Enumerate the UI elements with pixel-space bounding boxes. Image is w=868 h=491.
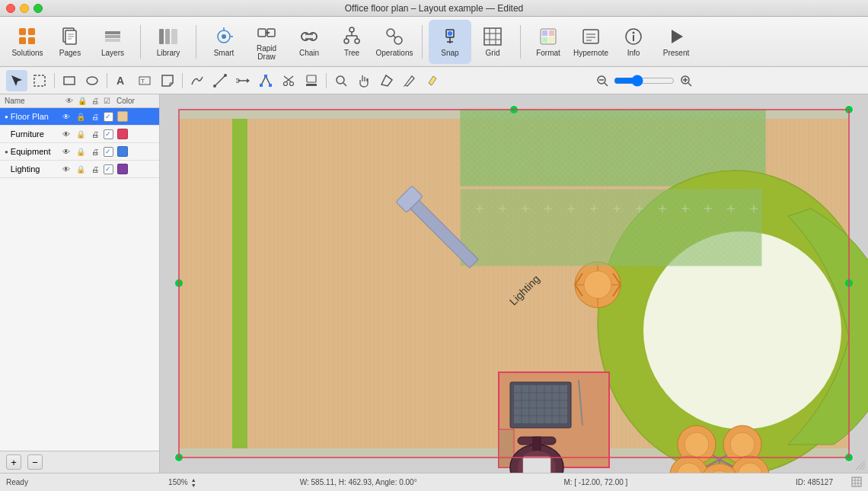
- select-tool[interactable]: [6, 70, 27, 91]
- zoom-out-button[interactable]: [594, 72, 611, 89]
- scissors-tool[interactable]: [278, 70, 299, 91]
- note-tool[interactable]: [157, 70, 178, 91]
- furniture-lock-btn[interactable]: 🔒: [75, 128, 87, 140]
- format-button[interactable]: Format: [527, 20, 570, 64]
- dot-lighting: ●: [5, 166, 8, 173]
- window-title: Office floor plan – Layout example — Edi…: [345, 3, 524, 14]
- present-button[interactable]: Present: [655, 20, 697, 64]
- svg-point-77: [290, 81, 294, 85]
- svg-line-90: [688, 83, 691, 86]
- add-layer-button[interactable]: +: [6, 454, 21, 470]
- floor-plan-checkbox[interactable]: [104, 112, 113, 122]
- operations-button[interactable]: Operations: [373, 20, 416, 64]
- info-button[interactable]: Info: [612, 20, 655, 64]
- svg-rect-48: [549, 30, 554, 36]
- select-area-tool[interactable]: [29, 70, 50, 91]
- equipment-visible-btn[interactable]: 👁: [60, 145, 72, 158]
- pan-tool[interactable]: [353, 70, 375, 91]
- floor-plan-lock-btn[interactable]: 🔒: [75, 110, 87, 123]
- equipment-print-btn[interactable]: 🖨: [89, 145, 101, 158]
- grid-button[interactable]: Grid: [471, 20, 514, 64]
- smart-label: Smart: [214, 49, 235, 57]
- close-button[interactable]: [6, 4, 15, 13]
- zoom-slider[interactable]: [614, 75, 675, 87]
- equipment-color[interactable]: [117, 146, 128, 157]
- svg-rect-213: [852, 477, 861, 486]
- tree-button[interactable]: Tree: [330, 20, 373, 64]
- svg-rect-2: [19, 37, 26, 44]
- rubber-tool[interactable]: [376, 70, 397, 91]
- freehand-tool[interactable]: [187, 70, 208, 91]
- chain-icon: [298, 26, 320, 47]
- rapid-draw-button[interactable]: Rapid Draw: [245, 20, 288, 64]
- furniture-checkbox[interactable]: [104, 129, 113, 139]
- toolbar-group-solutions: Solutions Pages: [3, 20, 137, 64]
- connect-tool[interactable]: [232, 70, 254, 91]
- stamp-tool[interactable]: [301, 70, 322, 91]
- svg-rect-1: [28, 28, 35, 35]
- zoom-arrows[interactable]: ▲ ▼: [191, 477, 196, 488]
- highlight-tool[interactable]: [422, 70, 443, 91]
- layers-button[interactable]: Layers: [91, 20, 134, 64]
- library-button[interactable]: Library: [147, 20, 190, 64]
- floor-plan-color[interactable]: [117, 111, 128, 122]
- equipment-lock-btn[interactable]: 🔒: [75, 145, 87, 158]
- snap-label: Snap: [441, 49, 458, 57]
- lighting-lock-btn[interactable]: 🔒: [75, 163, 87, 175]
- equipment-checkbox[interactable]: [104, 147, 113, 157]
- remove-layer-button[interactable]: −: [27, 454, 43, 470]
- svg-point-133: [730, 432, 755, 457]
- floor-plan-svg: Lighting: [160, 94, 868, 473]
- lighting-checkbox[interactable]: [104, 164, 113, 174]
- svg-point-34: [355, 39, 359, 43]
- solutions-button[interactable]: Solutions: [6, 20, 49, 64]
- dot-furniture: ●: [5, 131, 8, 138]
- svg-point-16: [222, 34, 226, 39]
- smart-button[interactable]: Smart: [203, 20, 245, 64]
- svg-line-87: [605, 83, 608, 86]
- rect-tool[interactable]: [59, 70, 80, 91]
- svg-text:A: A: [116, 75, 124, 87]
- svg-line-79: [284, 76, 292, 82]
- line-tool[interactable]: [209, 70, 231, 91]
- zoom-tool[interactable]: [330, 70, 352, 91]
- snap-icon: [439, 26, 461, 47]
- textbox-tool[interactable]: T: [134, 70, 155, 91]
- chain-button[interactable]: Chain: [288, 20, 330, 64]
- text-tool[interactable]: A: [111, 70, 132, 91]
- lighting-print-btn[interactable]: 🖨: [89, 163, 101, 175]
- hypernote-button[interactable]: Hypernote: [570, 20, 612, 64]
- toolbar-sep-1: [140, 25, 141, 59]
- layers-label: Layers: [101, 49, 124, 57]
- furniture-visible-btn[interactable]: 👁: [60, 128, 72, 140]
- edit-points-tool[interactable]: [255, 70, 276, 91]
- chain-label: Chain: [299, 49, 319, 57]
- toolbar-sep-2: [196, 25, 196, 59]
- layer-row-lighting[interactable]: ● Lighting 👁 🔒 🖨: [0, 161, 159, 178]
- floor-plan-print-btn[interactable]: 🖨: [89, 110, 101, 123]
- floor-plan-name: Floor Plan: [11, 112, 60, 121]
- svg-rect-5: [65, 30, 76, 44]
- zoom-in-button[interactable]: [678, 72, 694, 89]
- main-toolbar: Solutions Pages: [0, 17, 868, 67]
- canvas-area[interactable]: Lighting: [160, 94, 868, 473]
- present-icon: [665, 26, 687, 47]
- maximize-button[interactable]: [34, 4, 43, 13]
- layer-row-equipment[interactable]: ● Equipment 👁 🔒 🖨: [0, 143, 159, 161]
- furniture-print-btn[interactable]: 🖨: [89, 128, 101, 140]
- floor-plan-visible-btn[interactable]: 👁: [60, 110, 72, 123]
- minimize-button[interactable]: [20, 4, 29, 13]
- layer-row-floor-plan[interactable]: ● Floor Plan 👁 🔒 🖨: [0, 108, 159, 126]
- library-label: Library: [157, 49, 180, 57]
- pages-button[interactable]: Pages: [49, 20, 91, 64]
- col-icons-header: 👁 🔒 🖨 ☑ Color: [65, 97, 155, 105]
- layer-row-furniture[interactable]: ● Furniture 👁 🔒 🖨: [0, 126, 159, 143]
- lighting-color[interactable]: [117, 164, 128, 174]
- snap-button[interactable]: Snap: [429, 20, 471, 64]
- pen-tool[interactable]: [399, 70, 420, 91]
- grid-toggle-status[interactable]: [851, 477, 862, 489]
- lighting-visible-btn[interactable]: 👁: [60, 163, 72, 175]
- svg-marker-72: [247, 78, 250, 83]
- furniture-color[interactable]: [117, 129, 128, 139]
- ellipse-tool[interactable]: [81, 70, 103, 91]
